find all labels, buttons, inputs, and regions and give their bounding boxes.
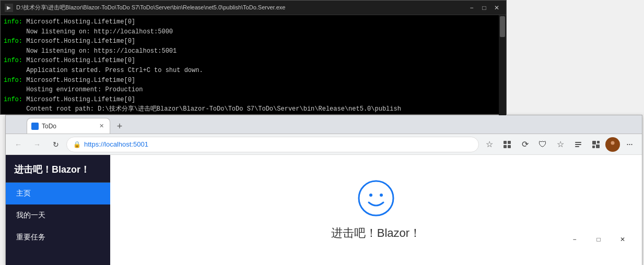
new-tab-button[interactable]: + — [112, 119, 127, 134]
terminal-icon: ▶ — [5, 4, 13, 12]
nav-item-important[interactable]: 重要任务 — [6, 226, 110, 248]
terminal-line: info: Microsoft.Hosting.Lifetime[0] — [4, 56, 503, 66]
favorites-button[interactable]: ☆ — [552, 136, 569, 153]
svg-point-14 — [380, 194, 383, 197]
svg-rect-3 — [508, 145, 511, 148]
refresh-tab-button[interactable]: ⟳ — [517, 136, 533, 153]
browser-close-button[interactable]: ✕ — [611, 231, 635, 248]
svg-point-11 — [611, 141, 615, 144]
svg-point-13 — [369, 194, 372, 197]
nav-item-home[interactable]: 主页 — [6, 183, 110, 204]
app-logo: 进击吧！Blazor！ — [6, 155, 110, 183]
terminal-text-3: Microsoft.Hosting.Lifetime[0] — [26, 57, 135, 64]
browser-tab-label: ToDo — [42, 123, 94, 130]
browser-content: 进击吧！Blazor！ 主页 我的一天 重要任务 进击吧！Blazor！ — [6, 155, 642, 265]
nav-item-my-day[interactable]: 我的一天 — [6, 204, 110, 226]
app-sidebar: 进击吧！Blazor！ 主页 我的一天 重要任务 — [6, 155, 110, 265]
terminal-controls: − □ ✕ — [466, 3, 502, 13]
terminal-text-1: Microsoft.Hosting.Lifetime[0] — [26, 18, 135, 26]
terminal-text-5: Microsoft.Hosting.Lifetime[0] — [26, 96, 135, 103]
terminal-indent-2: Now listening on: https://localhost:5001 — [4, 47, 177, 55]
star-button[interactable]: ☆ — [481, 136, 498, 153]
terminal-scrollbar[interactable] — [499, 15, 506, 115]
terminal-window: ▶ D:\技术分享\进击吧Blazor\Blazor-ToDo\ToDo S7\… — [0, 0, 507, 115]
shield-button[interactable]: 🛡 — [534, 136, 551, 153]
info-label-3: info: — [4, 57, 22, 64]
terminal-indent-3: Application started. Press Ctrl+C to shu… — [4, 67, 203, 74]
refresh-button[interactable]: ↻ — [48, 136, 64, 153]
terminal-line: info: Microsoft.Hosting.Lifetime[0] — [4, 17, 503, 27]
terminal-line: Content root path: D:\技术分享\进击吧Blazor\Bla… — [4, 104, 503, 114]
browser-tab-close-button[interactable]: ✕ — [97, 122, 106, 130]
terminal-line: Now listening on: http://localhost:5000 — [4, 27, 503, 37]
info-label-4: info: — [4, 77, 22, 84]
browser-window-controls: − □ ✕ — [563, 231, 635, 248]
terminal-text-2: Microsoft.Hosting.Lifetime[0] — [26, 38, 135, 45]
forward-button[interactable]: → — [29, 136, 45, 153]
more-button[interactable]: ··· — [621, 136, 638, 153]
browser-minimize-button[interactable]: − — [563, 231, 587, 248]
info-label-5: info: — [4, 96, 22, 103]
svg-rect-0 — [504, 141, 507, 144]
address-bar[interactable]: 🔒 https://localhost:5001 — [66, 137, 479, 152]
terminal-close-button[interactable]: ✕ — [491, 3, 502, 13]
terminal-title: D:\技术分享\进击吧Blazor\Blazor-ToDo\ToDo S7\To… — [16, 4, 466, 11]
terminal-text-4: Microsoft.Hosting.Lifetime[0] — [26, 77, 135, 84]
terminal-minimize-button[interactable]: − — [466, 3, 477, 13]
terminal-maximize-button[interactable]: □ — [479, 3, 489, 13]
svg-rect-1 — [508, 141, 511, 144]
app-main-content: 进击吧！Blazor！ — [110, 155, 642, 265]
svg-rect-7 — [592, 141, 596, 144]
terminal-line: info: Microsoft.Hosting.Lifetime[0] — [4, 76, 503, 86]
browser-chrome: ToDo ✕ + − □ ✕ — [6, 115, 642, 134]
terminal-indent-1: Now listening on: http://localhost:5000 — [4, 28, 173, 35]
terminal-indent-4: Hosting environment: Production — [4, 86, 143, 93]
terminal-scrollbar-thumb — [500, 16, 505, 37]
browser-tab-favicon — [31, 123, 39, 130]
svg-rect-4 — [575, 142, 581, 143]
terminal-line: info: Microsoft.Hosting.Lifetime[0] — [4, 37, 503, 46]
info-label-1: info: — [4, 18, 22, 26]
app-main-title: 进击吧！Blazor！ — [331, 225, 421, 241]
info-label-2: info: — [4, 38, 22, 45]
terminal-indent-5: Content root path: D:\技术分享\进击吧Blazor\Bla… — [4, 105, 401, 113]
collections-button[interactable] — [588, 136, 604, 153]
extensions-button[interactable] — [499, 136, 516, 153]
smiley-icon — [357, 179, 395, 217]
browser-toolbar-actions: ☆ ⟳ 🛡 ☆ — [481, 136, 638, 153]
browser-maximize-button[interactable]: □ — [587, 231, 611, 248]
back-button[interactable]: ← — [10, 136, 27, 153]
address-url: https://localhost:5001 — [84, 140, 472, 148]
terminal-line: info: Microsoft.Hosting.Lifetime[0] — [4, 95, 503, 105]
terminal-body: info: Microsoft.Hosting.Lifetime[0] Now … — [1, 15, 506, 114]
profile-button[interactable] — [605, 137, 620, 152]
svg-rect-8 — [597, 141, 600, 143]
lock-icon: 🔒 — [73, 141, 81, 148]
browser-toolbar: ← → ↻ 🔒 https://localhost:5001 ☆ ⟳ 🛡 ☆ — [6, 134, 642, 155]
svg-rect-10 — [596, 144, 600, 148]
browser-tab-todo[interactable]: ToDo ✕ — [27, 118, 110, 134]
terminal-line: Now listening on: https://localhost:5001 — [4, 46, 503, 56]
svg-rect-5 — [575, 144, 581, 145]
terminal-titlebar: ▶ D:\技术分享\进击吧Blazor\Blazor-ToDo\ToDo S7\… — [1, 1, 506, 15]
svg-point-12 — [359, 181, 393, 215]
svg-rect-9 — [592, 146, 595, 148]
reading-list-button[interactable] — [570, 136, 587, 153]
terminal-line: Hosting environment: Production — [4, 85, 503, 95]
browser-window: ToDo ✕ + − □ ✕ ← → ↻ 🔒 https://localhost… — [5, 115, 642, 265]
svg-rect-6 — [575, 146, 579, 147]
browser-tab-area: ToDo ✕ + — [6, 115, 127, 134]
terminal-line: Application started. Press Ctrl+C to shu… — [4, 66, 503, 76]
svg-rect-2 — [504, 145, 507, 148]
